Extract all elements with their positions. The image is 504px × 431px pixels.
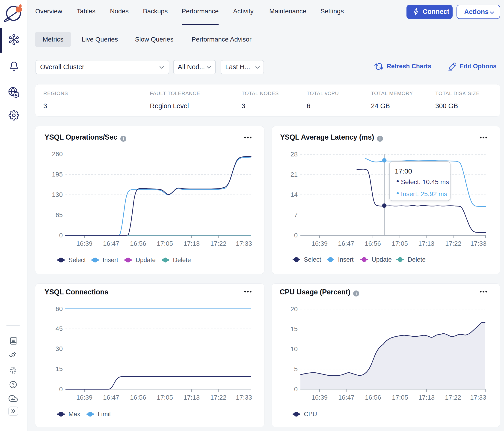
svg-text:17:33: 17:33 bbox=[470, 240, 486, 247]
svg-text:130: 130 bbox=[52, 191, 63, 198]
svg-text:17:33: 17:33 bbox=[236, 240, 252, 247]
svg-text:17:05: 17:05 bbox=[392, 394, 408, 401]
svg-text:16:39: 16:39 bbox=[312, 240, 328, 247]
svg-text:30: 30 bbox=[55, 345, 63, 352]
svg-text:17:22: 17:22 bbox=[210, 240, 226, 247]
svg-text:17:22: 17:22 bbox=[445, 240, 461, 247]
svg-text:16:47: 16:47 bbox=[103, 240, 119, 247]
svg-text:16:47: 16:47 bbox=[338, 240, 354, 247]
svg-text:260: 260 bbox=[52, 150, 63, 158]
svg-text:16:47: 16:47 bbox=[103, 394, 119, 401]
svg-text:10: 10 bbox=[290, 345, 298, 353]
svg-text:17:13: 17:13 bbox=[183, 394, 200, 401]
svg-text:5: 5 bbox=[294, 366, 298, 373]
svg-text:16:56: 16:56 bbox=[130, 240, 146, 247]
svg-text:16:56: 16:56 bbox=[130, 394, 146, 401]
svg-text:28: 28 bbox=[290, 151, 298, 158]
svg-text:0: 0 bbox=[294, 385, 298, 393]
svg-text:17:05: 17:05 bbox=[157, 240, 173, 247]
svg-text:60: 60 bbox=[55, 305, 63, 312]
svg-text:20: 20 bbox=[290, 305, 298, 313]
svg-text:65: 65 bbox=[55, 211, 63, 219]
svg-text:7: 7 bbox=[294, 211, 298, 219]
svg-text:17:05: 17:05 bbox=[157, 394, 173, 401]
svg-text:17:33: 17:33 bbox=[470, 394, 486, 401]
svg-text:17:13: 17:13 bbox=[183, 240, 200, 247]
svg-text:17:22: 17:22 bbox=[445, 394, 461, 401]
svg-text:16:39: 16:39 bbox=[76, 394, 92, 401]
svg-text:17:13: 17:13 bbox=[418, 394, 435, 401]
svg-text:16:47: 16:47 bbox=[338, 394, 354, 401]
svg-text:16:56: 16:56 bbox=[365, 394, 381, 401]
svg-text:16:39: 16:39 bbox=[312, 394, 328, 401]
svg-text:0: 0 bbox=[59, 232, 63, 239]
svg-text:17:22: 17:22 bbox=[210, 394, 226, 401]
svg-text:21: 21 bbox=[290, 171, 298, 178]
svg-text:16:39: 16:39 bbox=[76, 240, 92, 247]
svg-text:17:05: 17:05 bbox=[392, 240, 408, 247]
svg-text:14: 14 bbox=[290, 191, 298, 198]
svg-text:0: 0 bbox=[59, 385, 63, 393]
svg-text:195: 195 bbox=[52, 171, 63, 178]
svg-text:15: 15 bbox=[55, 365, 63, 372]
svg-text:17:13: 17:13 bbox=[418, 240, 434, 247]
svg-text:17:33: 17:33 bbox=[236, 394, 252, 401]
svg-text:16:56: 16:56 bbox=[365, 240, 381, 247]
svg-text:0: 0 bbox=[294, 232, 298, 239]
svg-text:45: 45 bbox=[55, 325, 63, 332]
svg-text:15: 15 bbox=[290, 325, 298, 332]
